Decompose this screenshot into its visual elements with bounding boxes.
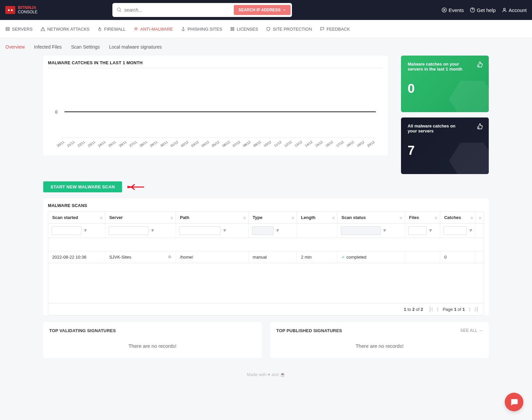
search-ip-button[interactable]: SEARCH IP ADDRESS [234, 5, 291, 15]
filter-server[interactable] [109, 226, 149, 235]
filter-icon[interactable]: ⧩ [469, 228, 472, 233]
svg-line-13 [137, 28, 138, 28]
alert-icon [41, 27, 45, 31]
chart-x-tick: 06/12 [221, 140, 230, 148]
filter-status[interactable] [341, 226, 381, 235]
search-input[interactable] [124, 7, 234, 13]
filter-icon[interactable]: ⧩ [151, 228, 154, 233]
filter-files[interactable] [408, 226, 427, 235]
gear-icon[interactable]: ⚙ [168, 255, 172, 259]
menu-icon[interactable]: ≡ [292, 216, 294, 220]
filter-icon[interactable]: ⧩ [276, 228, 279, 233]
filter-type[interactable] [252, 226, 274, 235]
svg-point-0 [117, 8, 120, 11]
stat-card-all[interactable]: All malware catches on your servers 7 [401, 117, 489, 174]
th-type[interactable]: Type≡ [248, 212, 297, 224]
nav-firewall[interactable]: FIREWALL [97, 27, 126, 32]
menu-icon[interactable]: ≡ [243, 216, 246, 220]
nav-network-attacks[interactable]: NETWORK ATTACKS [41, 27, 89, 32]
see-all-link[interactable]: SEE ALL → [461, 328, 483, 333]
subtab-infected-files[interactable]: Infected Files [34, 44, 62, 50]
menu-icon[interactable]: ≡ [171, 216, 173, 220]
chart-x-tick: 16/12 [325, 140, 334, 148]
events-link[interactable]: Events [442, 7, 464, 13]
logo-brand: BITNINJA [18, 5, 36, 10]
filter-scan-started[interactable] [52, 226, 81, 235]
nav-phishing[interactable]: PHISHING SITES [181, 27, 222, 32]
filter-path[interactable] [179, 226, 221, 235]
account-link[interactable]: Account [502, 7, 527, 13]
chart-axis [61, 137, 376, 138]
table-row[interactable]: 2022-08-22 10:36 SJVK-Sites⚙ /home/ manu… [48, 251, 484, 263]
start-scan-button[interactable]: START NEW MALWARE SCAN [43, 181, 122, 192]
top-validating-panel: TOP VALIDATING SIGNATURES There are no r… [43, 322, 262, 358]
th-files[interactable]: Files≡ [405, 212, 440, 224]
menu-icon[interactable]: ≡ [435, 216, 437, 220]
nav-anti-malware[interactable]: ANTI-MALWARE [134, 27, 173, 32]
page-last-icon[interactable]: ⟩⎮ [474, 307, 478, 312]
svg-rect-18 [231, 29, 232, 31]
nav-site-protection[interactable]: SITE PROTECTION [266, 27, 312, 32]
menu-icon[interactable]: ≡ [400, 216, 402, 220]
logo-text: BITNINJA CONSOLE [18, 6, 38, 14]
menu-icon[interactable]: ≡ [479, 216, 481, 220]
stat-card-month[interactable]: Malware catches on your servers in the l… [401, 56, 489, 112]
th-server[interactable]: Server≡ [105, 212, 176, 224]
menu-icon[interactable]: ≡ [100, 216, 102, 220]
filter-icon[interactable]: ⧩ [83, 228, 87, 233]
th-status[interactable]: Scan status≡ [337, 212, 405, 224]
menu-icon[interactable]: ≡ [332, 216, 334, 220]
search-container: SEARCH IP ADDRESS [112, 3, 292, 17]
stat-title-all: All malware catches on your servers [408, 123, 464, 133]
page-first-icon[interactable]: ⎮⟨ [429, 307, 433, 312]
filter-icon[interactable]: ⧩ [383, 228, 386, 233]
server-icon [5, 27, 10, 31]
chart-x-tick: 10/12 [263, 140, 272, 148]
chart-x-tick: 23/11 [87, 140, 96, 148]
help-link[interactable]: Get help [470, 7, 496, 13]
chevron-down-icon [283, 8, 286, 12]
svg-rect-7 [6, 27, 10, 29]
nav-feedback[interactable]: FEEDBACK [320, 27, 350, 32]
bug-icon [134, 27, 138, 31]
logo[interactable]: BITNINJA CONSOLE [5, 6, 38, 14]
chart-x-tick: 25/11 [108, 140, 117, 148]
menu-icon[interactable]: ≡ [470, 216, 473, 220]
page-next-icon[interactable]: ⟩ [469, 307, 470, 312]
th-path[interactable]: Path≡ [176, 212, 249, 224]
svg-rect-8 [6, 29, 10, 31]
chart-x-tick: 17/12 [335, 140, 344, 148]
th-actions[interactable]: ≡ [475, 212, 484, 224]
svg-point-6 [503, 8, 505, 10]
chart-x-tick: 19/12 [356, 140, 365, 148]
filter-icon[interactable]: ⧩ [429, 228, 432, 233]
chart-x-tick: 04/12 [201, 140, 210, 148]
logo-icon [5, 6, 15, 14]
nav-licenses[interactable]: LICENSES [230, 27, 258, 32]
chart-card: MALWARE CATCHES IN THE LAST 1 MONTH 0 20… [43, 56, 388, 155]
chart-x-tick: 15/12 [315, 140, 324, 148]
svg-rect-17 [233, 27, 234, 29]
subtab-local-signatures[interactable]: Local malware signatures [109, 44, 162, 50]
chart-x-tick: 30/11 [160, 140, 169, 148]
subtab-scan-settings[interactable]: Scan Settings [71, 44, 100, 50]
scans-card: MALWARE SCANS Scan started≡ Server≡ Path… [43, 198, 489, 315]
svg-line-1 [120, 11, 121, 12]
help-label: Get help [477, 7, 496, 13]
th-catches[interactable]: Catches≡ [440, 212, 475, 224]
chart-y-tick: 0 [55, 110, 58, 114]
footer-text: Made with ♥ and ☕ [0, 368, 532, 381]
filter-catches[interactable] [444, 226, 467, 235]
th-scan-started[interactable]: Scan started≡ [48, 212, 105, 224]
scans-title: MALWARE SCANS [48, 203, 484, 208]
filter-icon[interactable]: ⧩ [223, 228, 226, 233]
nav-servers[interactable]: SERVERS [5, 27, 33, 32]
subtab-overview[interactable]: Overview [5, 44, 25, 50]
page-prev-icon[interactable]: ⟨ [437, 307, 439, 312]
chart-x-tick: 20/11 [56, 140, 65, 148]
cell-type: manual [248, 251, 297, 263]
page-indicator: Page 1 of 1 [443, 307, 465, 312]
chart-x-ticks: 20/1121/1122/1123/1124/1125/1126/1127/11… [57, 144, 376, 148]
th-length[interactable]: Length≡ [297, 212, 337, 224]
cell-files [405, 251, 440, 263]
